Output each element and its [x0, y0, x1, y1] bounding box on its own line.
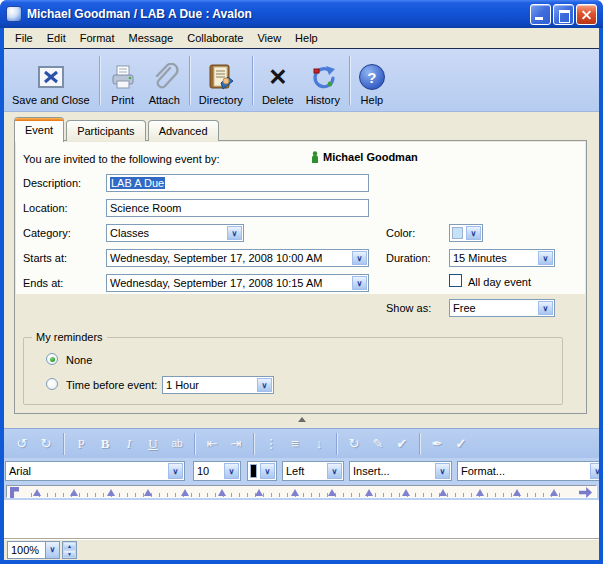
tab-stop-marker	[328, 489, 336, 496]
menu-file[interactable]: File	[8, 30, 40, 46]
zoom-spinner-up[interactable]: ▲	[63, 542, 76, 550]
chevron-down-icon: ∨	[227, 226, 242, 240]
reminder-time-radio[interactable]	[46, 378, 58, 390]
ruler[interactable]	[6, 485, 597, 498]
tab-advanced[interactable]: Advanced	[148, 120, 219, 141]
tab-stop-marker	[181, 489, 189, 496]
tab-stop-marker	[70, 489, 78, 496]
accept-icon[interactable]: ✔	[390, 433, 414, 455]
chevron-down-icon: ∨	[260, 463, 275, 479]
bold-icon[interactable]: B	[93, 433, 117, 455]
delete-button[interactable]: ✕ Delete	[256, 52, 300, 109]
move-down-icon[interactable]: ↓	[307, 433, 331, 455]
font-color-select[interactable]: ∨	[247, 461, 277, 481]
chevron-down-icon[interactable]: ∨	[45, 541, 60, 559]
menubar: File Edit Format Message Collaborate Vie…	[4, 28, 599, 48]
location-label: Location:	[23, 202, 68, 214]
delete-icon: ✕	[268, 60, 287, 94]
help-button[interactable]: ? Help	[353, 52, 391, 109]
close-button[interactable]	[576, 4, 597, 25]
chevron-down-icon: ∨	[327, 463, 342, 479]
print-icon	[109, 60, 137, 94]
tab-stop-marker	[402, 489, 410, 496]
history-button[interactable]: History	[300, 52, 346, 109]
menu-help[interactable]: Help	[288, 30, 325, 46]
alignment-select[interactable]: Left ∨	[282, 461, 344, 481]
help-icon: ?	[359, 60, 385, 94]
list-icon[interactable]: ⋮	[259, 433, 283, 455]
tab-participants[interactable]: Participants	[66, 120, 145, 141]
undo-icon[interactable]: ↺	[10, 433, 34, 455]
zoom-spinner-down[interactable]: ▼	[63, 550, 76, 558]
directory-button[interactable]: Directory	[193, 52, 249, 109]
underline-icon[interactable]: U	[141, 433, 165, 455]
time-before-select[interactable]: 1 Hour ∨	[162, 376, 274, 394]
color-swatch	[452, 227, 463, 239]
tab-stop-marker	[144, 489, 152, 496]
font-size-select[interactable]: 10 ∨	[193, 461, 241, 481]
toolbar-separator	[63, 433, 64, 455]
right-indent-marker[interactable]	[579, 487, 592, 498]
reminder-none-radio[interactable]	[46, 353, 58, 365]
pen-icon[interactable]: ✎	[366, 433, 390, 455]
tabstrip: Event Participants Advanced	[14, 116, 221, 141]
location-input[interactable]: Science Room	[106, 199, 369, 217]
menu-view[interactable]: View	[250, 30, 288, 46]
indent-decrease-icon[interactable]: ⇤	[200, 433, 224, 455]
font-family-select[interactable]: Arial ∨	[5, 461, 185, 481]
event-form-area: Event Participants Advanced You are invi…	[4, 112, 599, 428]
paragraph-marks-icon[interactable]: ≡	[283, 433, 307, 455]
color-select[interactable]: ∨	[449, 224, 483, 242]
menu-edit[interactable]: Edit	[40, 30, 73, 46]
indent-increase-icon[interactable]: ⇥	[224, 433, 248, 455]
save-and-close-icon	[38, 60, 64, 94]
tab-event[interactable]: Event	[14, 117, 64, 142]
save-and-close-button[interactable]: Save and Close	[6, 52, 96, 109]
format-select[interactable]: Format... ∨	[457, 461, 599, 481]
tab-stop-marker	[439, 489, 447, 496]
chevron-down-icon: ∨	[466, 226, 481, 240]
paragraph-icon[interactable]: P	[69, 433, 93, 455]
chevron-down-icon: ∨	[590, 463, 599, 479]
redo-icon[interactable]: ↻	[34, 433, 58, 455]
plain-text-icon[interactable]: ab	[165, 433, 189, 455]
main-toolbar: Save and Close Print Attach Direc	[4, 48, 599, 112]
chevron-down-icon: ∨	[168, 463, 183, 479]
show-as-label: Show as:	[386, 302, 431, 314]
italic-icon[interactable]: I	[117, 433, 141, 455]
signature-icon[interactable]: ✒	[425, 433, 449, 455]
splitter-collapse-handle[interactable]	[298, 417, 306, 422]
toolbar-separator	[189, 56, 190, 105]
duration-select[interactable]: 15 Minutes ∨	[449, 249, 555, 267]
minimize-button[interactable]	[530, 4, 551, 25]
titlebar[interactable]: Michael Goodman / LAB A Due : Avalon	[0, 0, 603, 28]
maximize-button[interactable]	[553, 4, 574, 25]
user-icon	[311, 151, 319, 165]
zoom-select[interactable]: 100%	[7, 541, 45, 559]
left-indent-marker[interactable]	[10, 487, 19, 498]
menu-collaborate[interactable]: Collaborate	[180, 30, 250, 46]
description-input[interactable]: LAB A Due	[106, 174, 369, 192]
show-as-select[interactable]: Free ∨	[449, 299, 555, 317]
reminder-none-label: None	[66, 354, 92, 366]
category-select[interactable]: Classes ∨	[106, 224, 244, 242]
menu-message[interactable]: Message	[122, 30, 181, 46]
toolbar-separator	[419, 433, 420, 455]
tab-stop-marker	[33, 489, 41, 496]
my-reminders-group: My reminders None Time before event: 1 H…	[23, 337, 563, 405]
ends-at-select[interactable]: Wednesday, September 17, 2008 10:15 AM ∨	[106, 274, 369, 292]
attach-button[interactable]: Attach	[143, 52, 186, 109]
refresh-icon[interactable]: ↻	[342, 433, 366, 455]
insert-select[interactable]: Insert... ∨	[349, 461, 452, 481]
zoom-spinner: ▲ ▼	[62, 541, 77, 559]
color-label: Color:	[386, 227, 415, 239]
starts-at-select[interactable]: Wednesday, September 17, 2008 10:00 AM ∨	[106, 249, 369, 267]
spellcheck-icon[interactable]: ✓	[449, 433, 473, 455]
statusbar: 100% ∨ ▲ ▼	[4, 538, 599, 560]
duration-label: Duration:	[386, 252, 431, 264]
tab-stop-marker	[550, 489, 558, 496]
all-day-checkbox[interactable]	[449, 274, 462, 287]
message-body[interactable]	[4, 500, 599, 538]
print-button[interactable]: Print	[103, 52, 143, 109]
menu-format[interactable]: Format	[73, 30, 122, 46]
